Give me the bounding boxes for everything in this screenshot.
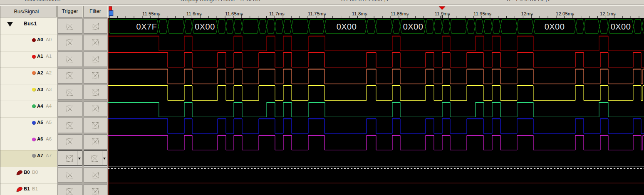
svg-text:11.6ms: 11.6ms: [186, 11, 202, 16]
svg-text:11.65ms: 11.65ms: [225, 11, 243, 16]
svg-text:0X00: 0X00: [611, 22, 631, 31]
svg-text:12ms: 12ms: [521, 11, 533, 16]
svg-text:12.05ms: 12.05ms: [556, 11, 574, 16]
svg-text:12.1ms: 12.1ms: [600, 11, 616, 16]
svg-text:0X00: 0X00: [403, 22, 424, 31]
svg-text:11.95ms: 11.95ms: [473, 11, 492, 16]
svg-text:0X00: 0X00: [195, 22, 215, 31]
svg-text:11.75ms: 11.75ms: [308, 11, 326, 16]
svg-text:11.55ms: 11.55ms: [142, 11, 161, 16]
svg-text:11.8ms: 11.8ms: [352, 11, 367, 16]
svg-text:0X00: 0X00: [337, 22, 357, 31]
svg-text:11.85ms: 11.85ms: [391, 11, 409, 16]
svg-text:0X00: 0X00: [545, 22, 565, 31]
svg-text:11.7ms: 11.7ms: [269, 11, 285, 16]
svg-text:0X7F: 0X7F: [136, 22, 157, 31]
